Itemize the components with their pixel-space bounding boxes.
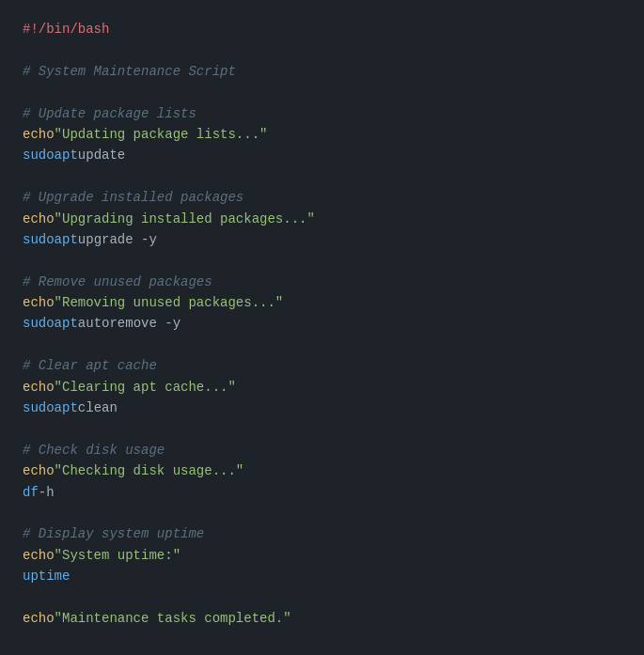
code-token: # Remove unused packages bbox=[23, 272, 212, 292]
code-token: # System Maintenance Script bbox=[23, 61, 236, 82]
code-line: echo "Updating package lists..." bbox=[23, 124, 621, 145]
code-token: "Clearing apt cache..." bbox=[55, 377, 236, 398]
code-line: # System Maintenance Script bbox=[23, 61, 621, 82]
code-line: # Clear apt cache bbox=[23, 355, 621, 376]
code-token: "Upgrading installed packages..." bbox=[55, 209, 315, 229]
code-line bbox=[23, 587, 621, 608]
code-token: apt bbox=[55, 229, 78, 250]
code-token: -h bbox=[39, 482, 55, 503]
code-token: #!/bin/bash bbox=[23, 19, 109, 39]
code-token: upgrade -y bbox=[78, 229, 157, 250]
code-token: "System uptime:" bbox=[55, 545, 181, 566]
code-token: uptime bbox=[23, 566, 70, 586]
code-editor: #!/bin/bash # System Maintenance Script … bbox=[0, 0, 644, 655]
code-token: # Update package lists bbox=[23, 103, 196, 124]
code-line bbox=[23, 166, 621, 187]
code-line: sudo apt update bbox=[23, 145, 621, 165]
code-line bbox=[23, 418, 621, 439]
code-line: sudo apt clean bbox=[23, 398, 621, 418]
code-line: sudo apt upgrade -y bbox=[23, 229, 621, 250]
code-line bbox=[23, 335, 621, 355]
code-token: sudo bbox=[23, 398, 55, 418]
code-token: apt bbox=[55, 398, 78, 418]
code-line: # Check disk usage bbox=[23, 440, 621, 460]
code-line: # Upgrade installed packages bbox=[23, 187, 621, 208]
code-block: #!/bin/bash # System Maintenance Script … bbox=[23, 19, 621, 629]
code-line: sudo apt autoremove -y bbox=[23, 313, 621, 334]
code-token: "Checking disk usage..." bbox=[55, 460, 244, 481]
code-line: uptime bbox=[23, 566, 621, 586]
code-token: apt bbox=[55, 145, 78, 165]
code-line: echo "Maintenance tasks completed." bbox=[23, 608, 621, 629]
code-token: # Upgrade installed packages bbox=[23, 187, 243, 208]
code-line: echo "Removing unused packages..." bbox=[23, 292, 621, 313]
code-token: sudo bbox=[23, 229, 55, 250]
code-line: echo "Checking disk usage..." bbox=[23, 460, 621, 481]
code-token: # Check disk usage bbox=[23, 440, 165, 460]
code-line: echo "Upgrading installed packages..." bbox=[23, 209, 621, 229]
code-line: df -h bbox=[23, 482, 621, 503]
code-token: clean bbox=[78, 398, 118, 418]
code-token: sudo bbox=[23, 313, 55, 334]
code-line bbox=[23, 39, 621, 60]
code-token: echo bbox=[23, 377, 55, 398]
code-token: echo bbox=[23, 292, 55, 313]
code-line: # Remove unused packages bbox=[23, 272, 621, 292]
code-line: echo "System uptime:" bbox=[23, 545, 621, 566]
code-token: echo bbox=[23, 460, 55, 481]
code-line bbox=[23, 250, 621, 271]
code-token: "Updating package lists..." bbox=[55, 124, 268, 145]
code-token: sudo bbox=[23, 145, 55, 165]
code-token: echo bbox=[23, 608, 55, 629]
code-token: df bbox=[23, 482, 39, 503]
code-token: echo bbox=[23, 209, 55, 229]
code-line bbox=[23, 503, 621, 523]
code-token: autoremove -y bbox=[78, 313, 181, 334]
code-token: update bbox=[78, 145, 125, 165]
code-token: # Clear apt cache bbox=[23, 355, 157, 376]
code-line: # Display system uptime bbox=[23, 523, 621, 544]
code-token: apt bbox=[55, 313, 78, 334]
code-token: echo bbox=[23, 545, 55, 566]
code-line: # Update package lists bbox=[23, 103, 621, 124]
code-token: echo bbox=[23, 124, 55, 145]
code-token: "Removing unused packages..." bbox=[55, 292, 284, 313]
code-line bbox=[23, 82, 621, 102]
code-line: #!/bin/bash bbox=[23, 19, 621, 39]
code-token: "Maintenance tasks completed." bbox=[55, 608, 291, 629]
code-token: # Display system uptime bbox=[23, 523, 204, 544]
code-line: echo "Clearing apt cache..." bbox=[23, 377, 621, 398]
